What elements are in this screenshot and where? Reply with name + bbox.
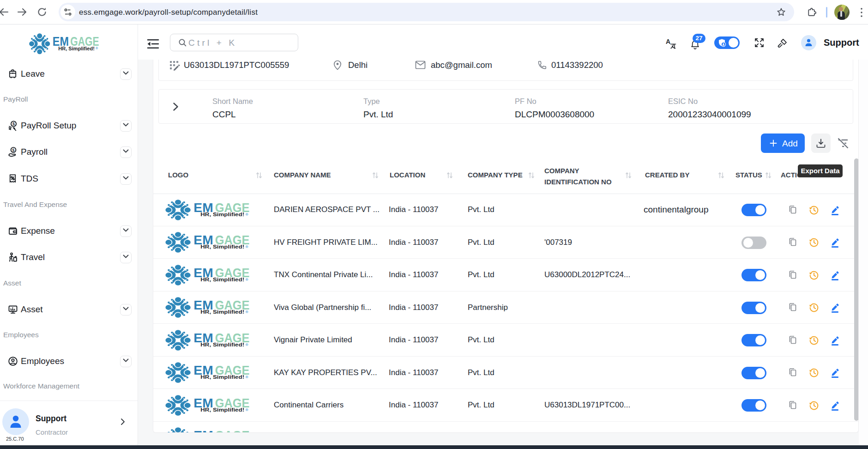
svg-text:$: $ — [12, 148, 15, 152]
svg-text:$: $ — [12, 121, 15, 126]
